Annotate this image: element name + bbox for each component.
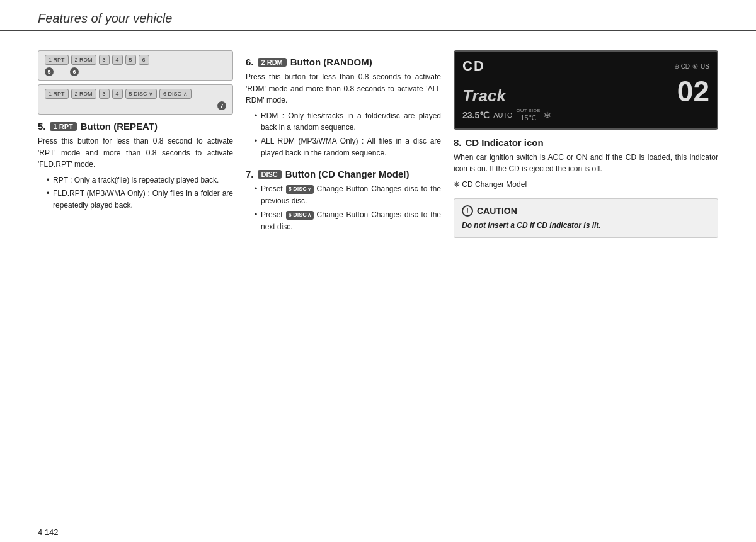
section5-bullet-2: FLD.RPT (MP3/WMA Only) : Only files in a… <box>47 188 233 211</box>
panel-btn2-2rdm: 2 RDM <box>71 89 96 99</box>
middle-column: 6. 2 RDM Button (RANDOM) Press this butt… <box>246 50 441 238</box>
caution-title-row: ! CAUTION <box>462 205 710 217</box>
cd-track-num: 02 <box>677 77 709 106</box>
section8-body: When car ignition switch is ACC or ON an… <box>454 152 718 175</box>
inline-6disc-btn: 6 DISC ∧ <box>286 211 314 220</box>
section8-title: 8. CD Indicator icon <box>454 137 718 148</box>
inline-5disc-btn: 5 DISC ∨ <box>286 185 314 194</box>
panel-btn2-5disc: 5 DISC ∨ <box>125 89 158 99</box>
cd-display-top: CD ⊕ CD ⑧ US <box>462 58 709 74</box>
section6-bullet-1: RDM : Only files/tracks in a folder/disc… <box>255 110 441 133</box>
section6-title: 6. 2 RDM Button (RANDOM) <box>246 57 441 67</box>
panel-btn2-4: 4 <box>112 89 123 99</box>
cd-display: CD ⊕ CD ⑧ US Track 02 23.5℃ AUTO OUT SID… <box>454 50 718 130</box>
caution-title-text: CAUTION <box>477 206 517 216</box>
section7-number: 7. <box>246 169 254 179</box>
up-arrow-icon: ∧ <box>307 212 311 219</box>
panel-badge-row-1: 5 6 <box>45 67 226 76</box>
page-title: Features of your vehicle <box>38 11 172 25</box>
panel-row-1: 1 RPT 2 RDM 3 4 5 6 <box>45 55 226 65</box>
section5-heading: Button (REPEAT) <box>81 121 158 132</box>
panel-image-1: 1 RPT 2 RDM 3 4 5 6 5 6 <box>38 50 233 81</box>
section8-number: 8. <box>454 137 462 148</box>
section5-body: Press this button for less than 0.8 seco… <box>38 135 233 171</box>
section8-note: ❋ CD Changer Model <box>454 179 718 191</box>
section7-bullets: Preset 5 DISC ∨ Change Button Changes di… <box>255 183 441 232</box>
section7-heading: Button (CD Changer Model) <box>285 169 410 179</box>
cd-outside-temp: 15℃ <box>517 114 541 122</box>
section5-btn-label: 1 RPT <box>50 122 77 131</box>
section6-btn-label: 2 RDM <box>258 58 287 67</box>
cd-icon-cd: ⊕ CD <box>674 63 690 70</box>
panel-btn-5: 5 <box>125 55 136 65</box>
cd-track-label: Track <box>462 86 506 106</box>
section5-bullet-1: RPT : Only a track(file) is repeatedly p… <box>47 174 233 186</box>
page-header: Features of your vehicle <box>0 0 756 31</box>
cd-outside-label: OUT SIDE <box>517 108 541 114</box>
cd-bottom-row: 23.5℃ AUTO OUT SIDE 15℃ ❄ <box>462 108 709 122</box>
section6-number: 6. <box>246 57 254 67</box>
panel-row-2: 1 RPT 2 RDM 3 4 5 DISC ∨ 6 DISC ∧ <box>45 89 226 99</box>
cd-temp: 23.5℃ <box>462 110 490 120</box>
cd-icon-us: US <box>701 63 709 70</box>
content-area: 1 RPT 2 RDM 3 4 5 6 5 6 1 RPT 2 RDM 3 4 … <box>0 38 756 251</box>
panel-btn2-3: 3 <box>99 89 110 99</box>
caution-text: Do not insert a CD if CD indicator is li… <box>462 220 710 231</box>
cd-icons-row: ⊕ CD ⑧ US <box>674 63 709 70</box>
section6-bullets: RDM : Only files/tracks in a folder/disc… <box>255 110 441 159</box>
down-arrow-icon: ∨ <box>307 186 311 193</box>
section7-bullet-1: Preset 5 DISC ∨ Change Button Changes di… <box>255 183 441 206</box>
section5-number: 5. <box>38 121 46 132</box>
section6-bullet-2: ALL RDM (MP3/WMA Only) : All files in a … <box>255 135 441 159</box>
panel-btn-3: 3 <box>99 55 110 65</box>
section5-bullets: RPT : Only a track(file) is repeatedly p… <box>47 174 233 212</box>
page-footer: 4 142 <box>0 522 756 542</box>
section7-bullet-2: Preset 6 DISC ∧ Change Button Changes di… <box>255 209 441 232</box>
section8-heading: CD Indicator icon <box>466 137 544 148</box>
panel-image-2: 1 RPT 2 RDM 3 4 5 DISC ∨ 6 DISC ∧ 7 <box>38 84 233 115</box>
section7-btn-label: DISC <box>258 170 282 179</box>
left-column: 1 RPT 2 RDM 3 4 5 6 5 6 1 RPT 2 RDM 3 4 … <box>38 50 233 238</box>
cd-label: CD <box>462 58 485 74</box>
panel-btn-2rdm: 2 RDM <box>71 55 96 65</box>
cd-outside: OUT SIDE 15℃ <box>517 108 541 122</box>
cd-icon-8: ⑧ <box>692 63 698 70</box>
section6-body: Press this button for less than 0.8 seco… <box>246 71 441 106</box>
badge-5: 5 <box>45 67 54 76</box>
caution-icon: ! <box>462 205 473 217</box>
panel-badge-row-2: 7 <box>45 101 226 110</box>
right-column: CD ⊕ CD ⑧ US Track 02 23.5℃ AUTO OUT SID… <box>454 50 718 238</box>
caution-box: ! CAUTION Do not insert a CD if CD indic… <box>454 198 718 238</box>
panel-btn2-6disc: 6 DISC ∧ <box>159 89 192 99</box>
badge-7: 7 <box>217 101 226 110</box>
panel-btn-1rpt: 1 RPT <box>45 55 69 65</box>
footer-page-number: 4 142 <box>38 528 718 537</box>
panel-btn-4: 4 <box>112 55 123 65</box>
cd-track-row: Track 02 <box>462 77 709 106</box>
panel-btn-6: 6 <box>139 55 149 65</box>
badge-6: 6 <box>70 67 79 76</box>
panel-btn2-1rpt: 1 RPT <box>45 89 69 99</box>
section6-heading: Button (RANDOM) <box>290 57 372 67</box>
cd-fan-icon: ❄ <box>544 110 551 120</box>
section7-title: 7. DISC Button (CD Changer Model) <box>246 169 441 179</box>
footer-num-text: 4 142 <box>38 528 59 537</box>
cd-auto: AUTO <box>493 111 512 119</box>
section5-title: 5. 1 RPT Button (REPEAT) <box>38 121 233 132</box>
